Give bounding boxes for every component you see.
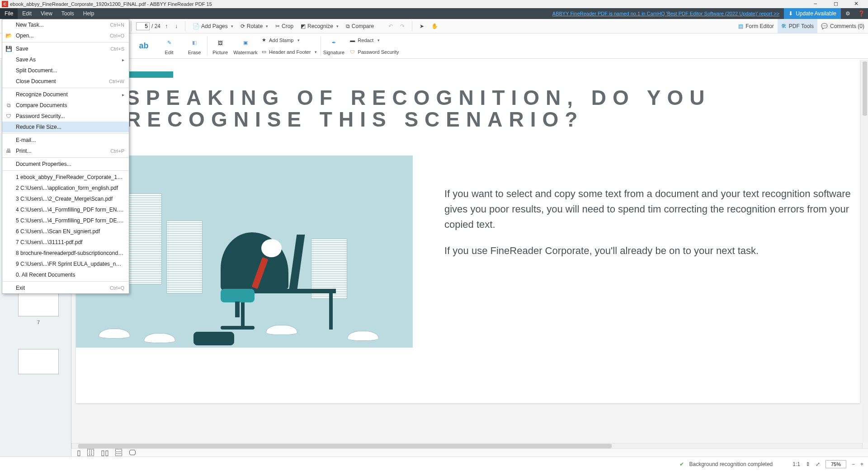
file-menu-item[interactable]: Document Properties... [2,159,129,170]
zoom-input[interactable] [826,460,846,468]
fit-width-icon[interactable]: ⤢ [816,461,820,467]
file-menu-item[interactable]: Close DocumentCtrl+W [2,76,129,87]
zoom-in-button[interactable]: + [860,461,863,467]
promo-link[interactable]: ABBYY FineReader PDF is named no.1 in Ca… [552,8,784,19]
file-menu-item[interactable]: 4 C:\Users\...\4_Formfilling_PDF form_EN… [2,204,129,215]
menubar: File Edit View Tools Help ABBYY FineRead… [0,8,868,19]
fit-height-icon[interactable]: ⇕ [806,461,810,467]
document-page: SPEAKING OF RECOGNITION, DO YOU RECOGNIS… [76,60,860,403]
zoom-out-button[interactable]: − [852,461,855,467]
file-menu-item[interactable]: Save As▸ [2,54,129,65]
view-two-continuous-icon[interactable]: ⿳ [115,449,123,457]
document-viewport[interactable]: SPEAKING OF RECOGNITION, DO YOU RECOGNIS… [71,60,868,457]
header-footer-button[interactable]: ▭Header and Footer [262,47,317,57]
view-single-icon[interactable]: ▯ [77,448,81,457]
redact-icon: ▬ [350,38,355,43]
recognize-button[interactable]: ◩Recognize [298,22,341,30]
picture-tool[interactable]: 🖼Picture [208,33,233,58]
thumbnail-page-7[interactable] [18,291,59,316]
signature-tool[interactable]: ✒Signature [321,33,346,58]
redact-button[interactable]: ▬Redact [350,35,399,45]
file-menu-item[interactable]: 1 ebook_abbyy_FineReader_Corporate_1920x… [2,172,129,183]
redo-button[interactable]: ↷ [397,22,407,30]
file-menu-item[interactable]: 📂Open...Ctrl+O [2,30,129,41]
file-menu-item[interactable]: 0. All Recent Documents [2,269,129,280]
watermark-tool[interactable]: ▣Watermark [233,33,258,58]
add-stamp-button[interactable]: ★Add Stamp [262,35,317,45]
menu-item-label: Compare Documents [16,102,124,108]
undo-button[interactable]: ↶ [386,22,396,30]
menu-tools[interactable]: Tools [57,8,79,19]
menu-item-icon: 🛡 [5,113,12,120]
menu-item-icon: ⧉ [5,102,12,109]
rotate-button[interactable]: ⟳Rotate [238,22,271,30]
menu-item-icon: 💾 [5,45,12,52]
file-menu-item[interactable]: 3 C:\Users\...\2_Create_Merge\Scan.pdf [2,193,129,204]
pointer-tool[interactable]: ➤ [417,22,427,30]
password-security-button[interactable]: 🛡Password Security [350,47,399,57]
update-available-button[interactable]: ⬇ Update Available [784,8,841,19]
view-two-page-icon[interactable]: ▯▯ [101,448,109,457]
file-menu-item[interactable]: 7 C:\Users\...\31111-pdf.pdf [2,237,129,248]
titlebar: C ebook_abbyy_FineReader_Corporate_1920x… [0,0,868,8]
file-menu-item[interactable]: 💾SaveCtrl+S [2,43,129,54]
file-menu-item[interactable]: 🖶Print...Ctrl+P [2,146,129,156]
menu-item-label: Split Document... [16,67,124,74]
file-menu-item[interactable]: Split Document... [2,65,129,76]
form-editor-icon: ▤ [738,23,743,29]
picture-label: Picture [212,50,228,55]
file-menu-item[interactable]: ExitCtrl+Q [2,283,129,293]
close-button[interactable]: ✕ [846,0,866,8]
view-fullscreen-icon[interactable]: 🖵 [129,449,136,457]
thumbnail-page-8[interactable] [18,349,59,374]
help-icon[interactable]: ❓ [854,8,868,19]
menu-item-shortcut: Ctrl+W [109,79,124,84]
file-menu-item[interactable]: New Task...Ctrl+N [2,19,129,30]
maximize-button[interactable]: ◻ [826,0,846,8]
erase-label: Erase [188,50,201,55]
compare-button[interactable]: ⧉Compare [343,22,377,30]
pdf-tools-button[interactable]: 🛠PDF Tools [778,19,817,33]
text-tool[interactable]: ab [131,33,156,58]
file-menu-item[interactable]: 🛡Password Security... [2,111,129,122]
page-down-button[interactable]: ↓ [172,22,180,30]
add-pages-button[interactable]: 📄Add Pages [190,22,236,30]
erase-tool[interactable]: ◧Erase [182,33,207,58]
form-editor-button[interactable]: ▤Form Editor [735,19,778,33]
crop-button[interactable]: ✂Crop [273,22,296,30]
page-up-button[interactable]: ↑ [162,22,170,30]
pdf-tools-label: PDF Tools [789,23,814,29]
menu-item-label: E-mail... [16,137,124,143]
page-number-input[interactable] [136,22,150,30]
view-continuous-icon[interactable]: ⿲ [87,449,94,457]
minimize-button[interactable]: – [805,0,826,8]
crop-icon: ✂ [275,23,280,29]
menu-edit[interactable]: Edit [18,8,36,19]
status-text: Background recognition completed [689,461,773,467]
hand-tool[interactable]: ✋ [429,22,441,30]
menu-item-label: Document Properties... [16,161,124,167]
file-menu-item[interactable]: 8 brochure-finereaderpdf-subscriptioncon… [2,248,129,259]
menu-item-label: Exit [16,285,110,291]
menu-item-label: Save [16,46,110,52]
scale-button[interactable]: 1:1 [793,461,800,467]
file-menu-item[interactable]: 6 C:\Users\...\Scan EN_signiert.pdf [2,226,129,237]
menu-item-icon: 📂 [5,32,12,39]
file-menu-item[interactable]: 9 C:\Users\...\FR Sprint EULA_updates_ne… [2,259,129,269]
comments-button[interactable]: 💬Comments (0) [817,19,868,33]
file-menu-item[interactable]: 2 C:\Users\...\application_form_english.… [2,183,129,193]
menu-file[interactable]: File [0,8,18,19]
edit-tool[interactable]: ✎Edit [156,33,182,58]
file-menu-item[interactable]: 5 C:\Users\...\4_Formfilling_PDF form_DE… [2,215,129,226]
file-menu-item[interactable]: E-mail... [2,135,129,146]
menu-view[interactable]: View [36,8,57,19]
edit-toolbar: ab ✎Edit ◧Erase 🖼Picture ▣Watermark ★Add… [0,33,868,59]
settings-icon[interactable]: ⚙ [841,8,854,19]
menu-help[interactable]: Help [79,8,99,19]
picture-icon: 🖼 [214,37,226,49]
file-menu-item[interactable]: ⧉Compare Documents [2,100,129,111]
comments-icon: 💬 [821,23,828,29]
file-menu-item[interactable]: Reduce File Size... [2,122,129,132]
vertical-scrollbar[interactable] [862,60,868,443]
file-menu-item[interactable]: Recognize Document▸ [2,89,129,100]
